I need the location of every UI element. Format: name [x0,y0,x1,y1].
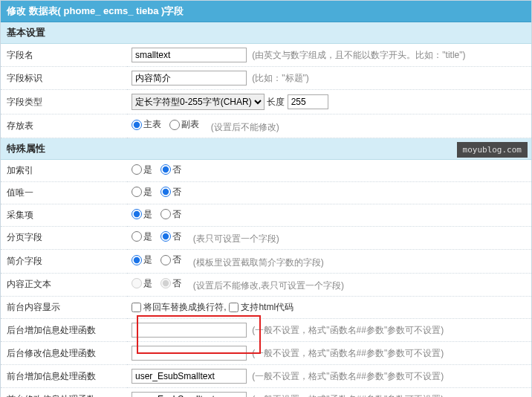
radio-storetable-main[interactable] [132,120,142,130]
hint-introfield: (模板里设置截取简介字数的字段) [193,257,324,268]
label-backadd: 后台增加信息处理函数 [1,319,127,342]
radio-label: 是 [143,254,152,266]
radio-label: 是 [143,277,152,290]
radio-unique-no[interactable] [160,187,171,197]
label-frontadd: 前台增加信息处理函数 [1,365,127,388]
label-collect: 采集项 [1,204,127,226]
radio-collect-yes[interactable] [132,209,142,219]
label-pagefield: 分页字段 [1,226,127,250]
checkbox-support-html[interactable] [229,303,239,312]
radio-label: 否 [172,277,181,290]
section-special: 特殊属性 [1,138,531,160]
label-fieldident: 字段标识 [1,67,127,90]
hint-storetable: (设置后不能修改) [211,122,279,132]
radio-label: 否 [172,254,181,266]
label-storetable: 存放表 [1,114,127,138]
label-fieldtype: 字段类型 [1,90,127,114]
radio-label: 否 [172,230,181,243]
input-fieldname[interactable] [132,48,247,62]
label-frontshow: 前台内容显示 [1,297,127,319]
input-frontadd[interactable] [132,369,247,384]
hint-backadd: (一般不设置，格式"函数名##参数"参数可不设置) [252,325,444,335]
radio-label: 副表 [181,118,199,131]
select-fieldtype[interactable]: 定长字符型0-255字节(CHAR) [132,94,265,110]
radio-index-no[interactable] [160,164,171,175]
input-backadd[interactable] [132,323,247,338]
label-contenttext: 内容正文本 [1,273,127,297]
hint-fieldident: (比如："标题") [252,73,309,83]
label-introfield: 简介字段 [1,250,127,274]
label-length: 长度 [267,97,285,107]
hint-backedit: (一般不设置，格式"函数名##参数"参数可不设置) [252,348,444,358]
hint-contenttext: (设置后不能修改,表只可设置一个字段) [193,280,344,291]
radio-label: 否 [172,208,181,221]
radio-contenttext-no [160,278,171,288]
label-unique: 值唯一 [1,181,127,204]
radio-label: 主表 [143,118,161,131]
section-basic: 基本设置 [1,22,531,44]
radio-pagefield-yes[interactable] [132,231,142,242]
radio-label: 是 [143,164,152,176]
hint-frontedit: (一般不设置，格式"函数名##参数"参数可不设置) [252,394,444,397]
input-frontedit[interactable] [132,392,247,397]
radio-index-yes[interactable] [132,164,142,175]
input-fieldident[interactable] [132,71,247,85]
hint-frontadd: (一般不设置，格式"函数名##参数"参数可不设置) [252,371,444,381]
radio-label: 是 [143,186,152,198]
radio-introfield-no[interactable] [160,255,171,265]
radio-contenttext-yes [132,278,142,288]
radio-pagefield-no[interactable] [160,231,171,242]
checkbox-label: 支持html代码 [241,302,293,312]
checkbox-replace-crlf[interactable] [132,303,141,312]
radio-label: 是 [143,230,152,243]
label-backedit: 后台修改信息处理函数 [1,342,127,365]
hint-fieldname: (由英文与数字组成，且不能以数字开头。比如："title") [252,50,465,60]
label-fieldname: 字段名 [1,44,127,67]
checkbox-label: 将回车替换成换行符, [143,302,226,312]
hint-pagefield: (表只可设置一个字段) [193,233,279,244]
radio-introfield-yes[interactable] [132,255,142,265]
page-title: 修改 数据表( phome_ ecms_ tieba )字段 [1,1,531,22]
radio-label: 是 [143,208,152,221]
input-backedit[interactable] [132,346,247,361]
watermark: moyublog.com [457,142,528,158]
radio-collect-no[interactable] [160,209,171,219]
radio-storetable-sub[interactable] [169,120,180,130]
input-length[interactable] [288,94,328,109]
radio-unique-yes[interactable] [132,187,142,197]
label-index: 加索引 [1,160,127,182]
radio-label: 否 [172,186,181,198]
label-frontedit: 前台修改信息处理函数 [1,388,127,398]
radio-label: 否 [172,164,181,176]
